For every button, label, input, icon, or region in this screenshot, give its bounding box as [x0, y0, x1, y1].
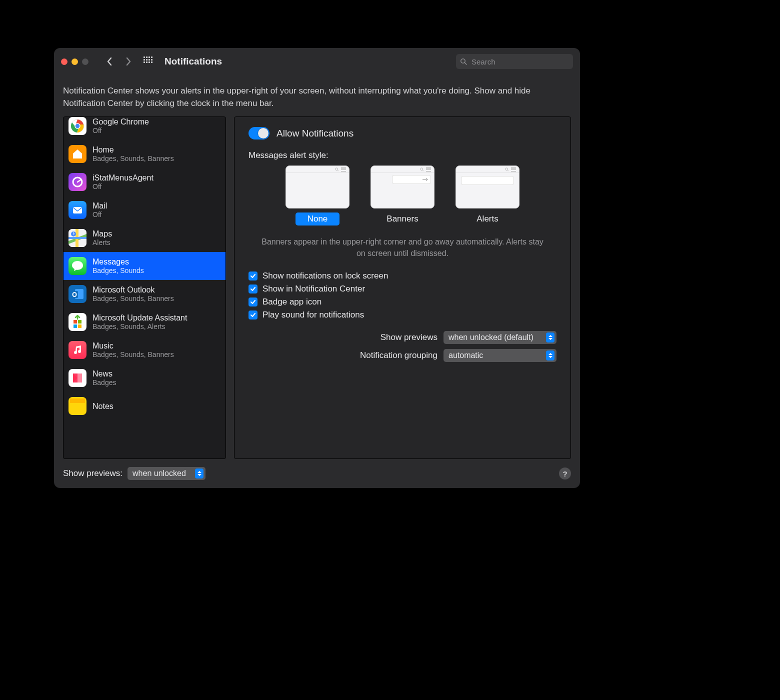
sidebar-item-messages[interactable]: MessagesBadges, Sounds	[64, 252, 226, 280]
alert-style-none[interactable]: None	[286, 166, 350, 226]
help-button[interactable]: ?	[559, 468, 571, 480]
select-value: automatic	[448, 351, 483, 360]
stepper-icon	[546, 350, 554, 360]
svg-rect-18	[70, 398, 85, 403]
sidebar-item-home[interactable]: HomeBadges, Sounds, Banners	[64, 140, 226, 168]
svg-line-22	[422, 170, 424, 171]
zoom-window-button[interactable]	[82, 58, 88, 65]
body: Google ChromeOffHomeBadges, Sounds, Bann…	[54, 116, 580, 459]
svg-rect-7	[73, 207, 82, 214]
notes-icon	[68, 397, 86, 415]
checkbox-label: Play sound for notifications	[262, 310, 364, 320]
alert-style-alerts[interactable]: Alerts	[456, 166, 520, 226]
page-title: Notifications	[164, 56, 222, 67]
istat-icon	[68, 173, 86, 191]
stepper-icon	[546, 332, 554, 342]
checkbox-label: Show in Notification Center	[262, 284, 365, 294]
alert-style-thumb	[456, 166, 520, 208]
outlook-icon	[68, 285, 86, 303]
app-sub: Badges, Sounds, Banners	[92, 350, 174, 359]
svg-rect-13	[74, 320, 77, 324]
alert-style-hint: Banners appear in the upper-right corner…	[258, 236, 546, 259]
show-previews-select[interactable]: when unlocked (default)	[444, 331, 556, 344]
alert-style-thumb	[370, 166, 434, 208]
stepper-icon	[195, 468, 204, 478]
sidebar-item-google-chrome[interactable]: Google ChromeOff	[64, 116, 226, 140]
sidebar-item-mail[interactable]: MailOff	[64, 196, 226, 224]
svg-point-23	[506, 168, 508, 170]
checkmark-icon	[248, 284, 258, 294]
sidebar-item-microsoft-update-assistant[interactable]: Microsoft Update AssistantBadges, Sounds…	[64, 308, 226, 336]
notification-grouping-select[interactable]: automatic	[444, 349, 556, 362]
app-sub: Badges	[92, 378, 116, 387]
minimize-window-button[interactable]	[72, 58, 78, 65]
svg-point-19	[336, 168, 338, 170]
svg-rect-15	[74, 324, 77, 328]
maps-icon	[68, 229, 86, 247]
app-sub: Off	[92, 210, 107, 219]
sidebar-item-notes[interactable]: Notes	[64, 392, 226, 420]
footer-previews-value: when unlocked	[132, 469, 186, 478]
alert-style-label: Banners	[374, 212, 430, 226]
app-sub: Off	[92, 126, 149, 135]
svg-point-5	[75, 124, 80, 128]
checkmark-icon	[248, 310, 258, 320]
notification-checkboxes: Show notifications on lock screenShow in…	[248, 268, 556, 323]
app-name: Maps	[92, 229, 112, 238]
checkbox-badge-app-icon[interactable]: Badge app icon	[248, 297, 556, 307]
app-name: iStatMenusAgent	[92, 173, 154, 182]
alert-style-label: Messages alert style:	[248, 150, 556, 160]
chrome-icon	[68, 117, 86, 135]
alert-style-banners[interactable]: Banners	[370, 166, 434, 226]
toolbar: Notifications	[54, 48, 580, 75]
app-sub: Off	[92, 182, 154, 191]
mail-icon	[68, 201, 86, 219]
search-input[interactable]	[470, 57, 569, 66]
app-name: Microsoft Outlook	[92, 285, 174, 294]
forward-button[interactable]	[122, 54, 136, 68]
app-name: Microsoft Update Assistant	[92, 313, 187, 322]
intro-text: Notification Center shows your alerts in…	[54, 75, 580, 116]
sidebar-item-istatmenusagent[interactable]: iStatMenusAgentOff	[64, 168, 226, 196]
show-all-button[interactable]	[144, 56, 154, 66]
alert-style-label: Alerts	[464, 212, 510, 226]
music-icon	[68, 341, 86, 359]
footer-previews-select[interactable]: when unlocked	[128, 467, 206, 480]
msupdate-icon	[68, 313, 86, 331]
search-field[interactable]	[456, 54, 573, 69]
select-label: Notification grouping	[360, 350, 438, 360]
checkbox-label: Show notifications on lock screen	[262, 271, 388, 281]
close-window-button[interactable]	[61, 58, 68, 65]
app-sub: Badges, Sounds	[92, 266, 144, 275]
app-name: Home	[92, 145, 174, 154]
news-icon	[68, 369, 86, 387]
app-sub: Badges, Sounds, Banners	[92, 154, 174, 163]
checkmark-icon	[248, 272, 258, 280]
app-name: Music	[92, 341, 174, 350]
svg-rect-14	[78, 320, 82, 324]
footer-previews-label: Show previews:	[63, 468, 122, 478]
checkbox-play-sound-for-notifications[interactable]: Play sound for notifications	[248, 310, 556, 320]
sidebar-item-microsoft-outlook[interactable]: Microsoft OutlookBadges, Sounds, Banners	[64, 280, 226, 308]
alert-style-options: NoneBannersAlerts	[248, 166, 556, 226]
allow-notifications-toggle[interactable]	[248, 127, 270, 140]
svg-line-20	[338, 170, 338, 171]
app-list[interactable]: Google ChromeOffHomeBadges, Sounds, Bann…	[63, 116, 226, 459]
sidebar-item-maps[interactable]: MapsAlerts	[64, 224, 226, 252]
app-name: Messages	[92, 257, 144, 266]
footer: Show previews: when unlocked ?	[54, 459, 580, 488]
svg-point-21	[420, 168, 423, 170]
checkbox-label: Badge app icon	[262, 297, 322, 307]
system-preferences-window: Notifications Notification Center shows …	[54, 48, 580, 488]
allow-notifications-label: Allow Notifications	[276, 128, 354, 139]
sidebar-item-news[interactable]: NewsBadges	[64, 364, 226, 392]
window-controls	[61, 58, 88, 65]
select-label: Show previews	[380, 332, 438, 342]
svg-line-1	[465, 62, 467, 64]
sidebar-item-music[interactable]: MusicBadges, Sounds, Banners	[64, 336, 226, 364]
back-button[interactable]	[102, 54, 116, 68]
checkbox-show-in-notification-center[interactable]: Show in Notification Center	[248, 284, 556, 294]
checkbox-show-notifications-on-lock-screen[interactable]: Show notifications on lock screen	[248, 271, 556, 281]
alert-style-label: None	[296, 212, 340, 226]
checkmark-icon	[248, 298, 258, 306]
